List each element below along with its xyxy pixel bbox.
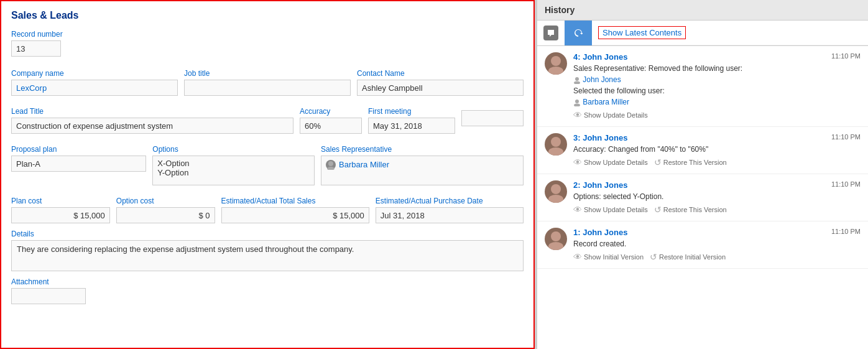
- eye-icon-2: 👁: [573, 205, 582, 215]
- eye-icon-4: 👁: [573, 110, 582, 120]
- record-number-label: Record number: [11, 30, 524, 39]
- person-icon-s4: [573, 98, 583, 106]
- form-title: Sales & Leads: [11, 10, 524, 21]
- est-total-sales-input[interactable]: [221, 207, 369, 223]
- history-body-4: 4: John Jones 11:10 PM Sales Representat…: [573, 52, 861, 120]
- first-meeting-label: First meeting: [368, 107, 455, 116]
- est-total-sales-label: Estimated/Actual Total Sales: [221, 197, 369, 205]
- lead-title-label: Lead Title: [11, 107, 293, 116]
- history-entry-2: 2: John Jones 11:10 PM Options: selected…: [537, 174, 868, 221]
- tab-comment[interactable]: [537, 21, 565, 45]
- history-time-1: 11:10 PM: [831, 228, 861, 235]
- svg-point-10: [551, 184, 561, 194]
- avatar-1: [545, 228, 567, 250]
- eye-icon-1: 👁: [573, 252, 582, 262]
- job-title-label: Job title: [184, 69, 351, 78]
- attachment-label: Attachment: [11, 277, 524, 286]
- restore-icon-3: ↺: [654, 157, 662, 167]
- svg-point-2: [551, 56, 561, 66]
- history-time-4: 11:10 PM: [831, 52, 861, 60]
- accuracy-label: Accuracy: [300, 107, 362, 116]
- svg-point-13: [548, 242, 563, 250]
- history-body-1: 1: John Jones 11:10 PM Record created. 👁…: [573, 228, 861, 262]
- show-update-details-2[interactable]: 👁 Show Update Details: [573, 205, 648, 215]
- svg-point-8: [551, 137, 561, 147]
- tab-history[interactable]: [565, 21, 592, 45]
- svg-point-9: [548, 147, 563, 156]
- details-label: Details: [11, 230, 524, 238]
- history-user-1[interactable]: 1: John Jones: [573, 228, 627, 237]
- show-initial-version-1[interactable]: 👁 Show Initial Version: [573, 252, 644, 262]
- sales-rep-name: Barbara Miller: [339, 160, 389, 169]
- svg-point-1: [327, 167, 335, 170]
- svg-point-12: [551, 231, 561, 241]
- extra-field-input[interactable]: [461, 110, 524, 126]
- restore-version-3[interactable]: ↺ Restore This Version: [654, 157, 727, 167]
- action-desc-4: Removed the following user:: [649, 64, 742, 73]
- restore-initial-1[interactable]: ↺ Restore Initial Version: [650, 252, 726, 262]
- history-text-3: Accuracy: Changed from "40%" to "60%": [573, 144, 861, 155]
- history-user-3[interactable]: 3: John Jones: [573, 133, 627, 142]
- show-update-details-3[interactable]: 👁 Show Update Details: [573, 157, 648, 167]
- selected-user-link[interactable]: Barbara Miller: [583, 98, 629, 106]
- accuracy-input[interactable]: [300, 118, 362, 134]
- est-purchase-date-input[interactable]: [376, 207, 524, 223]
- contact-name-input[interactable]: [357, 80, 524, 96]
- history-content: 4: John Jones 11:10 PM Sales Representat…: [537, 46, 868, 349]
- eye-icon-3: 👁: [573, 157, 582, 167]
- person-icon-r4: [573, 75, 583, 84]
- job-title-input[interactable]: [184, 80, 351, 96]
- svg-point-5: [574, 81, 580, 84]
- sales-leads-form: Sales & Leads Record number Company name…: [0, 0, 535, 349]
- proposal-plan-input[interactable]: [11, 156, 146, 172]
- history-entry-3: 3: John Jones 11:10 PM Accuracy: Changed…: [537, 127, 868, 174]
- history-actions-4: 👁 Show Update Details: [573, 110, 861, 120]
- history-text-1: Record created.: [573, 238, 861, 249]
- avatar-2: [545, 180, 567, 203]
- option-cost-input[interactable]: [116, 207, 215, 223]
- svg-point-3: [548, 67, 563, 75]
- svg-point-6: [575, 100, 579, 103]
- selected-label-4: Selected the following user:: [573, 86, 665, 95]
- history-header: History: [537, 0, 868, 21]
- history-actions-2: 👁 Show Update Details ↺ Restore This Ver…: [573, 205, 861, 215]
- proposal-plan-label: Proposal plan: [11, 145, 146, 154]
- plan-cost-label: Plan cost: [11, 197, 110, 205]
- avatar-3: [545, 133, 567, 156]
- details-box: They are considering replacing the expen…: [11, 240, 524, 271]
- comment-icon: [543, 26, 558, 40]
- action-label-4: Sales Representative:: [573, 64, 646, 73]
- attachment-box: [11, 288, 86, 304]
- svg-point-11: [548, 195, 563, 203]
- show-update-details-4[interactable]: 👁 Show Update Details: [573, 110, 648, 120]
- record-number-input[interactable]: [11, 40, 61, 57]
- plan-cost-input[interactable]: [11, 207, 110, 223]
- history-meta-3: 3: John Jones 11:10 PM: [573, 133, 861, 142]
- action-desc-3: Changed from "40%" to "60%": [608, 145, 708, 154]
- action-desc-2: selected Y-Option.: [603, 192, 663, 201]
- sales-rep-avatar: [326, 160, 336, 170]
- options-label: Options: [152, 145, 315, 154]
- lead-title-input[interactable]: [11, 118, 293, 134]
- history-actions-1: 👁 Show Initial Version ↺ Restore Initial…: [573, 252, 861, 262]
- history-text-4: Sales Representative: Removed the follow…: [573, 63, 861, 108]
- history-user-2[interactable]: 2: John Jones: [573, 180, 627, 190]
- restore-version-2[interactable]: ↺ Restore This Version: [654, 205, 727, 215]
- action-label-2: Options:: [573, 192, 601, 201]
- show-latest-button[interactable]: Show Latest Contents: [598, 26, 686, 39]
- history-entry-4: 4: John Jones 11:10 PM Sales Representat…: [537, 46, 868, 127]
- history-time-3: 11:10 PM: [831, 133, 861, 141]
- history-title: History: [545, 5, 575, 15]
- first-meeting-input[interactable]: [368, 118, 455, 134]
- history-meta-1: 1: John Jones 11:10 PM: [573, 228, 861, 237]
- contact-name-label: Contact Name: [357, 69, 524, 78]
- svg-point-0: [328, 161, 333, 166]
- removed-user-link[interactable]: John Jones: [583, 75, 621, 84]
- history-panel: History Show Latest Contents 4: John Jon…: [537, 0, 868, 349]
- refresh-icon: [571, 26, 586, 40]
- est-purchase-date-label: Estimated/Actual Purchase Date: [376, 197, 524, 205]
- history-user-4[interactable]: 4: John Jones: [573, 52, 627, 62]
- company-name-input[interactable]: [11, 80, 178, 96]
- action-label-3: Accuracy:: [573, 145, 606, 154]
- restore-icon-1: ↺: [650, 252, 657, 262]
